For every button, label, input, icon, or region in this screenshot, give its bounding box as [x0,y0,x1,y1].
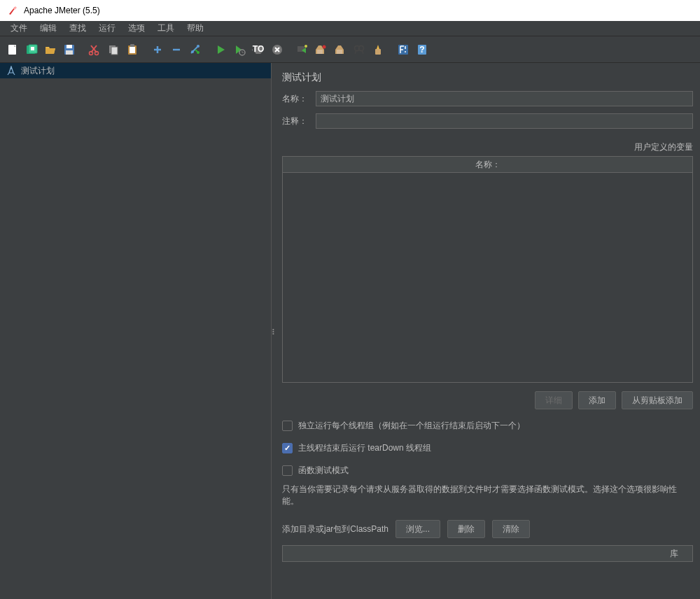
start-icon[interactable] [212,41,229,58]
classpath-row: 添加目录或jar包到ClassPath 浏览... 删除 清除 [282,520,693,538]
clear-button[interactable]: 清除 [492,520,530,538]
paste-icon[interactable] [124,41,141,58]
clear-icon[interactable] [313,41,330,58]
menu-help[interactable]: 帮助 [181,21,210,36]
shutdown-icon[interactable] [269,41,286,58]
start-no-timers-icon[interactable] [231,41,248,58]
svg-point-8 [95,51,99,55]
function-helper-icon[interactable] [395,41,412,58]
add-from-clipboard-button[interactable]: 从剪贴板添加 [622,391,693,409]
comment-row: 注释： [282,113,693,129]
toggle-icon[interactable] [187,41,204,58]
panel-heading: 测试计划 [282,69,693,91]
svg-point-29 [405,51,406,52]
svg-rect-12 [130,47,135,53]
svg-point-21 [304,45,307,48]
tree-item-test-plan[interactable]: 测试计划 [0,63,271,78]
vars-table-header: 名称： [282,156,693,173]
menu-tools[interactable]: 工具 [151,21,181,36]
svg-point-15 [197,45,200,48]
name-input[interactable] [316,91,693,106]
stop-icon[interactable]: STOP [250,41,267,58]
vars-button-row: 详细 添加 从剪贴板添加 [282,391,693,409]
lib-table-header: 库 [282,545,693,562]
cut-icon[interactable] [86,41,103,58]
cb-row-teardown: 主线程结束后运行 tearDown 线程组 [282,442,693,454]
svg-text:STOP: STOP [252,44,265,54]
teardown-checkbox[interactable] [282,443,293,453]
menu-run[interactable]: 运行 [92,21,122,36]
name-row: 名称： [282,91,693,106]
content-panel: 测试计划 名称： 注释： 用户定义的变量 名称： 详细 添加 从剪贴板添加 独立… [275,63,700,599]
svg-rect-22 [317,50,323,54]
svg-text:?: ? [419,45,424,55]
svg-rect-13 [130,44,134,47]
collapse-icon[interactable] [168,41,185,58]
svg-rect-6 [66,50,73,55]
help-icon[interactable]: ? [414,41,430,58]
cb-row-independent: 独立运行每个线程组（例如在一个组运行结束后启动下一个） [282,420,693,432]
menu-edit[interactable]: 编辑 [34,21,63,36]
classpath-label: 添加目录或jar包到ClassPath [282,523,388,535]
help-text: 只有当你需要记录每个请求从服务器取得的数据到文件时才需要选择函数测试模式。选择这… [282,484,693,507]
independent-run-checkbox[interactable] [282,421,293,431]
svg-rect-5 [66,45,72,48]
svg-rect-24 [337,50,342,54]
svg-point-23 [323,45,326,48]
detail-button[interactable]: 详细 [535,391,573,409]
open-icon[interactable] [42,41,59,58]
svg-rect-10 [111,47,118,55]
save-icon[interactable] [61,41,78,58]
functional-mode-checkbox[interactable] [282,465,293,476]
delete-button[interactable]: 删除 [447,520,485,538]
comment-input[interactable] [316,113,693,129]
main-container: 测试计划 ••• 测试计划 名称： 注释： 用户定义的变量 名称： 详细 添加 … [0,63,700,599]
menu-search[interactable]: 查找 [63,21,92,36]
search-icon[interactable] [351,41,368,58]
svg-point-7 [90,51,93,55]
menu-file[interactable]: 文件 [4,21,34,36]
svg-rect-27 [375,49,381,55]
lib-col-label: 库 [670,548,678,560]
functional-mode-label: 函数测试模式 [298,465,349,477]
toolbar: STOP ? [0,36,700,63]
svg-point-14 [191,50,194,53]
clear-all-icon[interactable] [332,41,349,58]
vars-section-title: 用户定义的变量 [282,136,693,156]
browse-button[interactable]: 浏览... [396,520,440,538]
window-title: Apache JMeter (5.5) [24,6,100,15]
window-titlebar: Apache JMeter (5.5) [0,0,700,21]
templates-icon[interactable] [23,41,40,58]
tree-panel: 测试计划 [0,63,272,599]
cb-row-functional: 函数测试模式 [282,465,693,477]
teardown-label: 主线程结束后运行 tearDown 线程组 [298,442,431,454]
reset-search-icon[interactable] [370,41,386,58]
expand-icon[interactable] [149,41,166,58]
test-plan-icon [6,65,17,76]
add-button[interactable]: 添加 [578,391,616,409]
vars-col-name: 名称： [475,159,500,171]
menu-options[interactable]: 选项 [122,21,151,36]
vars-table-body[interactable] [282,173,693,383]
remote-start-icon[interactable] [294,41,311,58]
svg-point-32 [10,68,12,69]
jmeter-feather-icon [7,5,18,16]
copy-icon[interactable] [105,41,122,58]
svg-point-16 [197,51,200,54]
new-icon[interactable] [4,41,21,58]
svg-rect-3 [31,47,34,50]
menu-bar: 文件 编辑 查找 运行 选项 工具 帮助 [0,21,700,36]
independent-run-label: 独立运行每个线程组（例如在一个组运行结束后启动下一个） [298,420,525,432]
name-label: 名称： [282,93,310,105]
tree-item-label: 测试计划 [21,65,55,77]
comment-label: 注释： [282,115,310,127]
